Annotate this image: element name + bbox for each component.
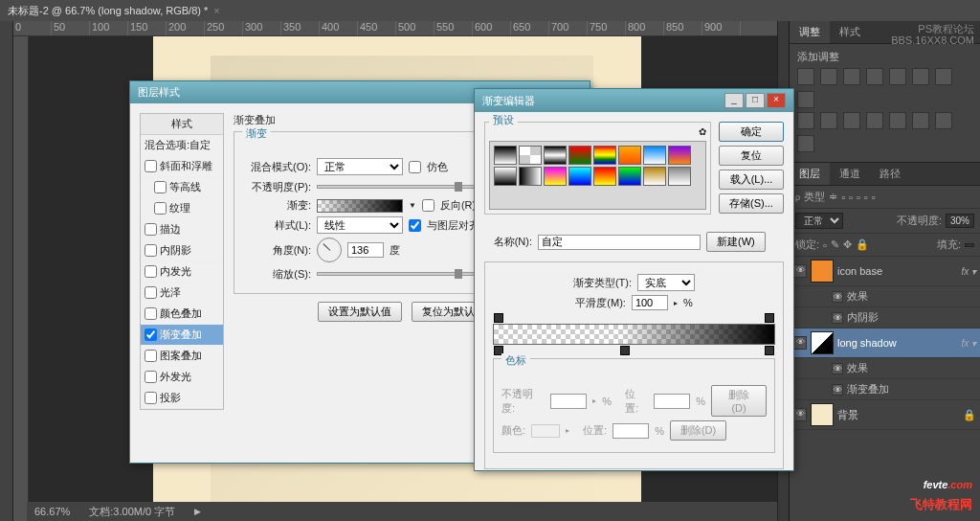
angle-dial[interactable]	[317, 238, 342, 262]
grad-type-select[interactable]: 实底	[637, 274, 695, 291]
adjustment-icons[interactable]	[797, 68, 972, 108]
maximize-icon[interactable]: □	[746, 93, 765, 108]
minimize-icon[interactable]: _	[724, 93, 744, 108]
style-item[interactable]: 等高线	[141, 177, 223, 198]
close-tab-icon[interactable]: ×	[213, 5, 219, 16]
opacity-value[interactable]: 30%	[946, 214, 974, 228]
color-stop[interactable]	[765, 346, 774, 355]
filter-icon[interactable]: ▫	[849, 192, 853, 203]
layer-row[interactable]: 👁背景🔒	[790, 400, 980, 430]
style-item[interactable]: 纹理	[141, 198, 223, 219]
preset-swatch[interactable]	[643, 146, 666, 165]
preset-swatch[interactable]	[593, 167, 616, 186]
tab-channels[interactable]: 通道	[830, 163, 870, 185]
lock-icon[interactable]: ▫	[823, 239, 827, 251]
new-button[interactable]: 新建(W)	[706, 232, 766, 252]
layer-effect[interactable]: 👁内阴影	[790, 307, 980, 328]
style-checkbox[interactable]	[145, 371, 157, 383]
style-checkbox[interactable]	[145, 392, 157, 404]
blending-options[interactable]: 混合选项:自定	[141, 135, 223, 156]
style-list-header[interactable]: 样式	[141, 114, 223, 135]
style-item[interactable]: 内发光	[141, 261, 223, 283]
tab-paths[interactable]: 路径	[870, 163, 910, 185]
style-checkbox[interactable]	[145, 307, 157, 320]
preset-swatch[interactable]	[593, 146, 616, 165]
reverse-checkbox[interactable]	[422, 199, 434, 212]
preset-swatch[interactable]	[494, 167, 517, 186]
layer-row[interactable]: 👁long shadowfx ▾	[790, 328, 980, 358]
preset-swatch[interactable]	[568, 146, 591, 165]
close-icon[interactable]: ×	[767, 93, 786, 108]
style-checkbox[interactable]	[145, 160, 157, 172]
zoom-level[interactable]: 66.67%	[34, 506, 70, 517]
visibility-icon[interactable]: 👁	[793, 336, 807, 350]
style-item[interactable]: 渐变叠加	[141, 325, 223, 346]
style-item[interactable]: 斜面和浮雕	[141, 156, 223, 177]
visibility-icon[interactable]: 👁	[832, 291, 843, 303]
gradient-bar[interactable]	[493, 324, 775, 345]
toolbar-left[interactable]	[0, 21, 13, 521]
tab-layers[interactable]: 图层	[790, 163, 830, 185]
layer-row[interactable]: 👁icon basefx ▾	[790, 257, 980, 286]
preset-swatch[interactable]	[618, 167, 641, 186]
tab-adjustments[interactable]: 调整	[790, 21, 830, 43]
filter-icon[interactable]: ▫	[864, 192, 868, 203]
style-checkbox[interactable]	[154, 202, 167, 215]
align-checkbox[interactable]	[409, 219, 421, 232]
style-item[interactable]: 描边	[141, 219, 223, 240]
style-item[interactable]: 内阴影	[141, 240, 223, 261]
preset-swatch[interactable]	[643, 167, 666, 186]
save-button[interactable]: 存储(S)...	[719, 193, 784, 214]
opacity-stop[interactable]	[494, 313, 503, 323]
layer-effect[interactable]: 👁渐变叠加	[790, 379, 980, 400]
opacity-stop[interactable]	[765, 313, 774, 323]
style-checkbox[interactable]	[145, 223, 157, 236]
lock-icon[interactable]: 🔒	[856, 238, 869, 251]
preset-swatch[interactable]	[494, 146, 517, 165]
blend-mode-select[interactable]: 正常	[317, 158, 403, 175]
preset-swatch[interactable]	[544, 167, 567, 186]
fx-badge[interactable]: fx ▾	[961, 338, 976, 349]
lock-icon[interactable]: ✎	[831, 238, 839, 251]
style-item[interactable]: 图案叠加	[141, 346, 223, 367]
fill-value[interactable]	[965, 243, 974, 247]
lock-icon[interactable]: ✥	[843, 238, 852, 251]
tab-styles[interactable]: 样式	[830, 21, 870, 43]
blend-mode-select[interactable]: 正常	[795, 213, 843, 229]
smooth-input[interactable]	[632, 295, 668, 310]
dither-checkbox[interactable]	[409, 161, 421, 173]
preset-swatch[interactable]	[544, 146, 567, 165]
preset-swatch[interactable]	[668, 146, 691, 165]
layer-effect[interactable]: 👁效果	[790, 286, 980, 307]
visibility-icon[interactable]: 👁	[793, 408, 807, 421]
adjustment-icons-2[interactable]	[797, 112, 972, 152]
style-item[interactable]: 外发光	[141, 367, 223, 388]
preset-swatch[interactable]	[568, 167, 591, 186]
cancel-button[interactable]: 复位	[719, 146, 784, 166]
style-item[interactable]: 颜色叠加	[141, 304, 223, 325]
visibility-icon[interactable]: 👁	[832, 384, 843, 396]
load-button[interactable]: 载入(L)...	[719, 170, 784, 190]
preset-swatch[interactable]	[519, 167, 542, 186]
layer-effect[interactable]: 👁效果	[790, 358, 980, 379]
style-checkbox[interactable]	[145, 286, 157, 299]
visibility-icon[interactable]: 👁	[832, 363, 843, 374]
color-stop[interactable]	[620, 346, 630, 355]
style-checkbox[interactable]	[145, 350, 157, 362]
filter-icon[interactable]: ▫	[857, 192, 860, 203]
style-select[interactable]: 线性	[317, 216, 403, 234]
visibility-icon[interactable]: 👁	[832, 312, 843, 324]
preset-swatch[interactable]	[618, 146, 641, 165]
ok-button[interactable]: 确定	[719, 122, 784, 142]
fx-badge[interactable]: fx ▾	[961, 266, 976, 277]
gear-icon[interactable]: ✿	[699, 126, 706, 137]
style-item[interactable]: 投影	[141, 388, 223, 409]
preset-swatch[interactable]	[519, 146, 542, 165]
visibility-icon[interactable]: 👁	[793, 264, 807, 278]
filter-icon[interactable]: ▫	[841, 192, 845, 203]
presets-box[interactable]	[489, 141, 706, 210]
style-checkbox[interactable]	[145, 244, 157, 257]
name-input[interactable]	[538, 235, 701, 250]
gradient-preview[interactable]	[317, 199, 403, 213]
style-checkbox[interactable]	[145, 265, 157, 278]
